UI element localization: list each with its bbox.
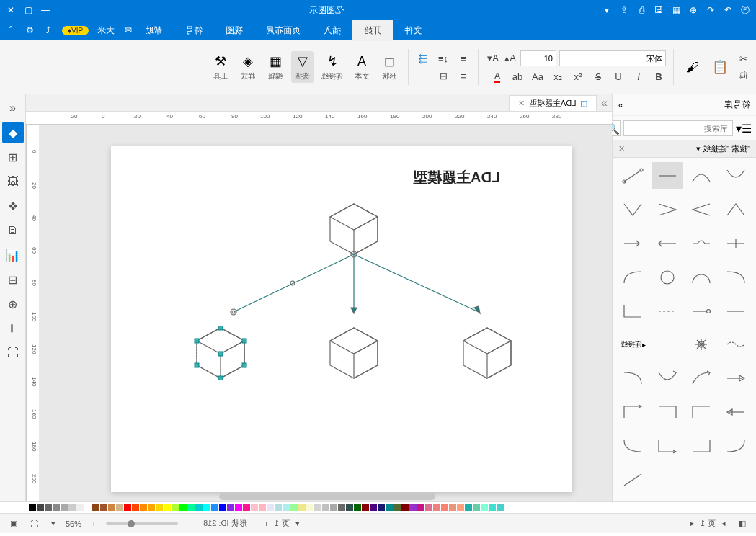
color-swatch[interactable] [124, 504, 131, 511]
color-swatch[interactable] [298, 504, 306, 511]
page-next-icon[interactable]: ▸ [688, 517, 698, 530]
connector-button[interactable]: ↯连接线 [319, 51, 346, 83]
share-icon[interactable]: ⤴ [43, 25, 53, 35]
page-add-icon[interactable]: + [261, 518, 271, 530]
shapes-category[interactable]: 搜索 "连接线" ▾ ✕ [613, 140, 756, 158]
cube-center[interactable]: 语料另存普查 [327, 326, 381, 380]
case-button[interactable]: Aa [530, 69, 545, 84]
shape-arrow4[interactable] [720, 398, 752, 426]
color-swatch[interactable] [425, 504, 432, 511]
highlight-button[interactable]: ab [510, 69, 525, 84]
shape-curve1[interactable] [617, 264, 649, 291]
tool-chart[interactable]: 📊 [2, 244, 24, 266]
cube-left[interactable]: 语料另存普查 [194, 326, 247, 380]
shape-connector[interactable] [617, 162, 649, 189]
shape-curve3[interactable] [617, 365, 649, 392]
sub-button[interactable]: x₂ [551, 69, 565, 84]
shape-line3[interactable] [617, 466, 649, 493]
color-swatch[interactable] [45, 504, 52, 511]
shape-angle[interactable] [652, 196, 683, 223]
color-swatch[interactable] [338, 504, 345, 511]
color-swatch[interactable] [457, 504, 464, 511]
color-swatch[interactable] [156, 504, 163, 511]
color-swatch[interactable] [489, 504, 496, 511]
color-swatch[interactable] [417, 504, 424, 511]
tool-table[interactable]: ⊟ [2, 269, 24, 290]
fit-page-icon[interactable]: ⛶ [27, 518, 41, 530]
color-swatch[interactable] [465, 504, 472, 511]
shape-line2[interactable] [720, 298, 752, 325]
color-swatch[interactable] [116, 504, 123, 511]
color-swatch[interactable] [409, 504, 417, 511]
zoom-slider[interactable] [106, 522, 178, 525]
menu-home[interactable]: 开始 [352, 20, 393, 41]
tool-layers[interactable]: ❖ [2, 195, 24, 217]
color-swatch[interactable] [378, 504, 385, 511]
shape-dashed[interactable] [652, 298, 683, 325]
shape-elbow2[interactable] [617, 398, 649, 426]
page-prev-icon[interactable]: ◂ [719, 517, 729, 530]
cut-button[interactable]: ✂ [736, 52, 750, 66]
print-icon[interactable]: ⎙ [636, 5, 646, 15]
shape-arrow3[interactable] [720, 365, 752, 392]
minimize-icon[interactable]: — [40, 5, 50, 15]
copy-button[interactable]: ⿻ [736, 68, 750, 83]
color-swatch[interactable] [354, 504, 361, 511]
menu-file[interactable]: 文件 [393, 20, 433, 41]
color-swatch[interactable] [243, 504, 250, 511]
tools-button[interactable]: ⚒工具 [209, 51, 232, 83]
color-swatch[interactable] [29, 504, 36, 511]
color-swatch[interactable] [481, 504, 488, 511]
category-close-icon[interactable]: ✕ [618, 144, 625, 153]
color-swatch[interactable] [235, 504, 242, 511]
color-swatch[interactable] [441, 504, 448, 511]
color-swatch[interactable] [100, 504, 107, 511]
shape-button[interactable]: ◻形状 [378, 51, 401, 83]
color-swatch[interactable] [322, 504, 329, 511]
zoom-out-icon[interactable]: − [185, 518, 195, 530]
font-shrink-icon[interactable]: A▾ [486, 50, 500, 65]
bullets-button[interactable]: ≡ [456, 51, 471, 66]
color-swatch[interactable] [346, 504, 353, 511]
msg-icon[interactable]: ✉ [123, 25, 133, 35]
color-swatch[interactable] [497, 504, 504, 511]
shape-elbow4[interactable] [686, 398, 718, 426]
library-menu-icon[interactable]: ☰▾ [736, 122, 752, 135]
tool-page[interactable]: 🗎 [2, 220, 24, 241]
shape-bump[interactable] [686, 230, 718, 257]
shape-curve4[interactable] [652, 365, 683, 392]
color-swatch[interactable] [68, 504, 76, 511]
user-name[interactable]: 大米 [97, 24, 115, 37]
menu-insert[interactable]: 插入 [312, 20, 352, 41]
tool-align[interactable]: ⫴ [2, 318, 24, 339]
shape-curve5[interactable] [686, 365, 718, 392]
shape-wavy[interactable] [720, 331, 752, 358]
color-swatch[interactable] [449, 504, 456, 511]
shape-arrow2[interactable] [652, 230, 683, 257]
export-icon[interactable]: ⇪ [619, 5, 629, 15]
shape-elbow3[interactable] [652, 398, 683, 426]
font-size-select[interactable] [520, 50, 556, 66]
color-swatch[interactable] [140, 504, 147, 511]
cube-root[interactable]: 语料另存普查 [327, 202, 381, 256]
zoom-dropdown-icon[interactable]: ▾ [48, 517, 58, 530]
shape-curve6[interactable] [617, 432, 649, 460]
doc-tab[interactable]: ◫ LDA主题模型 ✕ [509, 95, 597, 111]
collapse-strip-icon[interactable]: « [2, 97, 24, 119]
color-swatch[interactable] [108, 504, 115, 511]
color-swatch[interactable] [251, 504, 258, 511]
color-swatch[interactable] [259, 504, 266, 511]
underline-button[interactable]: U [611, 69, 626, 84]
color-swatch[interactable] [219, 504, 226, 511]
edit-button[interactable]: ▦编辑 [264, 51, 287, 83]
color-swatch[interactable] [275, 504, 282, 511]
color-swatch[interactable] [433, 504, 440, 511]
color-swatch[interactable] [330, 504, 337, 511]
menu-symbols[interactable]: 符号 [174, 20, 214, 41]
strike-button[interactable]: S̶ [591, 69, 605, 84]
shape-line[interactable] [652, 162, 683, 189]
color-swatch[interactable] [53, 504, 60, 511]
color-swatch[interactable] [148, 504, 155, 511]
tool-image[interactable]: 🖼 [2, 171, 24, 192]
bold-button[interactable]: B [652, 69, 666, 84]
